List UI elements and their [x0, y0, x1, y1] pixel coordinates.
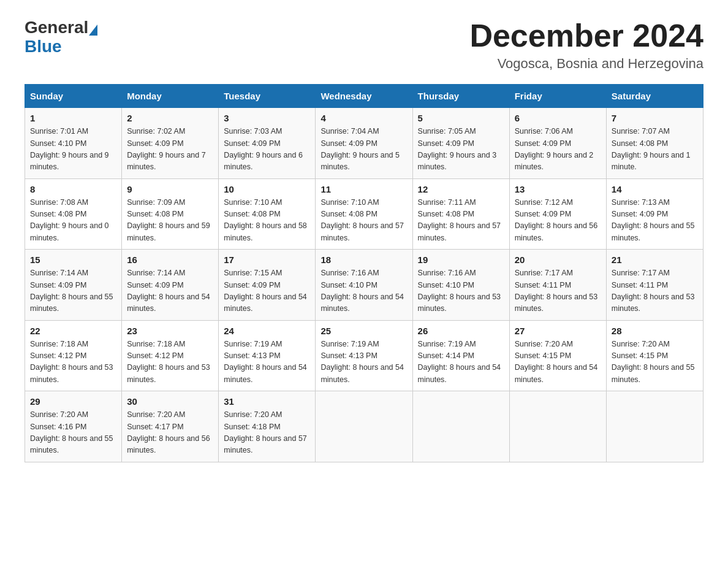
- title-block: December 2024 Vogosca, Bosnia and Herzeg…: [469, 18, 703, 72]
- calendar-body: 1 Sunrise: 7:01 AM Sunset: 4:10 PM Dayli…: [25, 108, 703, 462]
- day-number: 4: [320, 113, 407, 123]
- calendar-cell: 22 Sunrise: 7:18 AM Sunset: 4:12 PM Dayl…: [25, 320, 122, 391]
- day-number: 20: [515, 255, 601, 265]
- day-info: Sunrise: 7:07 AM Sunset: 4:08 PM Dayligh…: [612, 126, 698, 174]
- day-number: 26: [418, 326, 504, 336]
- day-info: Sunrise: 7:19 AM Sunset: 4:13 PM Dayligh…: [320, 339, 407, 386]
- day-number: 9: [127, 184, 213, 194]
- day-info: Sunrise: 7:18 AM Sunset: 4:12 PM Dayligh…: [30, 339, 116, 386]
- column-header-friday: Friday: [509, 85, 606, 108]
- day-number: 17: [224, 255, 310, 265]
- week-row-3: 15 Sunrise: 7:14 AM Sunset: 4:09 PM Dayl…: [25, 250, 703, 321]
- calendar-cell: 7 Sunrise: 7:07 AM Sunset: 4:08 PM Dayli…: [606, 108, 703, 179]
- calendar-cell: 24 Sunrise: 7:19 AM Sunset: 4:13 PM Dayl…: [219, 320, 316, 391]
- month-title: December 2024: [469, 18, 703, 53]
- calendar-table: SundayMondayTuesdayWednesdayThursdayFrid…: [25, 84, 703, 462]
- calendar-cell: 10 Sunrise: 7:10 AM Sunset: 4:08 PM Dayl…: [219, 178, 316, 250]
- day-info: Sunrise: 7:20 AM Sunset: 4:16 PM Dayligh…: [30, 409, 116, 457]
- calendar-cell: 16 Sunrise: 7:14 AM Sunset: 4:09 PM Dayl…: [122, 250, 219, 321]
- day-info: Sunrise: 7:09 AM Sunset: 4:08 PM Dayligh…: [127, 197, 213, 245]
- day-number: 11: [320, 184, 407, 194]
- day-info: Sunrise: 7:03 AM Sunset: 4:09 PM Dayligh…: [224, 126, 310, 174]
- day-info: Sunrise: 7:16 AM Sunset: 4:10 PM Dayligh…: [320, 267, 407, 315]
- day-number: 30: [127, 396, 213, 407]
- day-number: 29: [30, 396, 116, 407]
- calendar-cell: 30 Sunrise: 7:20 AM Sunset: 4:17 PM Dayl…: [122, 391, 219, 462]
- day-info: Sunrise: 7:20 AM Sunset: 4:15 PM Dayligh…: [612, 339, 698, 386]
- column-header-monday: Monday: [122, 85, 219, 108]
- day-number: 25: [320, 326, 407, 336]
- calendar-cell: 31 Sunrise: 7:20 AM Sunset: 4:18 PM Dayl…: [219, 391, 316, 462]
- day-number: 27: [515, 326, 601, 336]
- calendar-cell: 21 Sunrise: 7:17 AM Sunset: 4:11 PM Dayl…: [606, 250, 703, 321]
- day-number: 15: [30, 255, 116, 265]
- day-info: Sunrise: 7:19 AM Sunset: 4:13 PM Dayligh…: [224, 339, 310, 386]
- week-row-2: 8 Sunrise: 7:08 AM Sunset: 4:08 PM Dayli…: [25, 178, 703, 250]
- day-info: Sunrise: 7:14 AM Sunset: 4:09 PM Dayligh…: [127, 267, 213, 315]
- day-number: 12: [418, 184, 504, 194]
- calendar-header: SundayMondayTuesdayWednesdayThursdayFrid…: [25, 85, 703, 108]
- column-header-sunday: Sunday: [25, 85, 122, 108]
- calendar-cell: 19 Sunrise: 7:16 AM Sunset: 4:10 PM Dayl…: [412, 250, 509, 321]
- calendar-cell: 17 Sunrise: 7:15 AM Sunset: 4:09 PM Dayl…: [219, 250, 316, 321]
- day-number: 2: [127, 113, 213, 123]
- week-row-1: 1 Sunrise: 7:01 AM Sunset: 4:10 PM Dayli…: [25, 108, 703, 179]
- calendar-cell: 23 Sunrise: 7:18 AM Sunset: 4:12 PM Dayl…: [122, 320, 219, 391]
- calendar-cell: [606, 391, 703, 462]
- day-info: Sunrise: 7:05 AM Sunset: 4:09 PM Dayligh…: [418, 126, 504, 174]
- page-header: General Blue December 2024 Vogosca, Bosn…: [25, 18, 703, 72]
- day-number: 22: [30, 326, 116, 336]
- calendar-cell: 1 Sunrise: 7:01 AM Sunset: 4:10 PM Dayli…: [25, 108, 122, 179]
- calendar-cell: 13 Sunrise: 7:12 AM Sunset: 4:09 PM Dayl…: [509, 178, 606, 250]
- calendar-cell: 20 Sunrise: 7:17 AM Sunset: 4:11 PM Dayl…: [509, 250, 606, 321]
- day-number: 10: [224, 184, 310, 194]
- calendar-cell: 27 Sunrise: 7:20 AM Sunset: 4:15 PM Dayl…: [509, 320, 606, 391]
- calendar-cell: [412, 391, 509, 462]
- day-number: 6: [515, 113, 601, 123]
- calendar-cell: 4 Sunrise: 7:04 AM Sunset: 4:09 PM Dayli…: [316, 108, 412, 179]
- logo-general-text: General: [25, 18, 88, 37]
- day-info: Sunrise: 7:14 AM Sunset: 4:09 PM Dayligh…: [30, 267, 116, 315]
- calendar-cell: 12 Sunrise: 7:11 AM Sunset: 4:08 PM Dayl…: [412, 178, 509, 250]
- day-number: 18: [320, 255, 407, 265]
- day-number: 14: [612, 184, 698, 194]
- calendar-cell: 28 Sunrise: 7:20 AM Sunset: 4:15 PM Dayl…: [606, 320, 703, 391]
- calendar-cell: 8 Sunrise: 7:08 AM Sunset: 4:08 PM Dayli…: [25, 178, 122, 250]
- day-number: 19: [418, 255, 504, 265]
- calendar-cell: 3 Sunrise: 7:03 AM Sunset: 4:09 PM Dayli…: [219, 108, 316, 179]
- calendar-cell: 5 Sunrise: 7:05 AM Sunset: 4:09 PM Dayli…: [412, 108, 509, 179]
- header-row: SundayMondayTuesdayWednesdayThursdayFrid…: [25, 85, 703, 108]
- calendar-cell: 25 Sunrise: 7:19 AM Sunset: 4:13 PM Dayl…: [316, 320, 412, 391]
- column-header-saturday: Saturday: [606, 85, 703, 108]
- day-info: Sunrise: 7:18 AM Sunset: 4:12 PM Dayligh…: [127, 339, 213, 386]
- calendar-cell: 2 Sunrise: 7:02 AM Sunset: 4:09 PM Dayli…: [122, 108, 219, 179]
- calendar-cell: 15 Sunrise: 7:14 AM Sunset: 4:09 PM Dayl…: [25, 250, 122, 321]
- calendar-cell: 18 Sunrise: 7:16 AM Sunset: 4:10 PM Dayl…: [316, 250, 412, 321]
- day-info: Sunrise: 7:17 AM Sunset: 4:11 PM Dayligh…: [612, 267, 698, 315]
- week-row-5: 29 Sunrise: 7:20 AM Sunset: 4:16 PM Dayl…: [25, 391, 703, 462]
- day-number: 31: [224, 396, 310, 407]
- day-info: Sunrise: 7:20 AM Sunset: 4:15 PM Dayligh…: [515, 339, 601, 386]
- day-number: 8: [30, 184, 116, 194]
- week-row-4: 22 Sunrise: 7:18 AM Sunset: 4:12 PM Dayl…: [25, 320, 703, 391]
- day-info: Sunrise: 7:19 AM Sunset: 4:14 PM Dayligh…: [418, 339, 504, 386]
- logo-flag-icon: [89, 25, 97, 36]
- day-info: Sunrise: 7:02 AM Sunset: 4:09 PM Dayligh…: [127, 126, 213, 174]
- day-info: Sunrise: 7:16 AM Sunset: 4:10 PM Dayligh…: [418, 267, 504, 315]
- day-info: Sunrise: 7:11 AM Sunset: 4:08 PM Dayligh…: [418, 197, 504, 245]
- day-number: 3: [224, 113, 310, 123]
- day-number: 5: [418, 113, 504, 123]
- day-info: Sunrise: 7:08 AM Sunset: 4:08 PM Dayligh…: [30, 197, 116, 245]
- calendar-cell: [316, 391, 412, 462]
- calendar-cell: 9 Sunrise: 7:09 AM Sunset: 4:08 PM Dayli…: [122, 178, 219, 250]
- column-header-wednesday: Wednesday: [316, 85, 412, 108]
- logo-blue-text: Blue: [25, 37, 62, 56]
- day-number: 16: [127, 255, 213, 265]
- day-number: 21: [612, 255, 698, 265]
- day-number: 23: [127, 326, 213, 336]
- logo: General Blue: [25, 18, 97, 56]
- day-info: Sunrise: 7:13 AM Sunset: 4:09 PM Dayligh…: [612, 197, 698, 245]
- day-info: Sunrise: 7:10 AM Sunset: 4:08 PM Dayligh…: [320, 197, 407, 245]
- day-info: Sunrise: 7:20 AM Sunset: 4:17 PM Dayligh…: [127, 409, 213, 457]
- calendar-cell: 26 Sunrise: 7:19 AM Sunset: 4:14 PM Dayl…: [412, 320, 509, 391]
